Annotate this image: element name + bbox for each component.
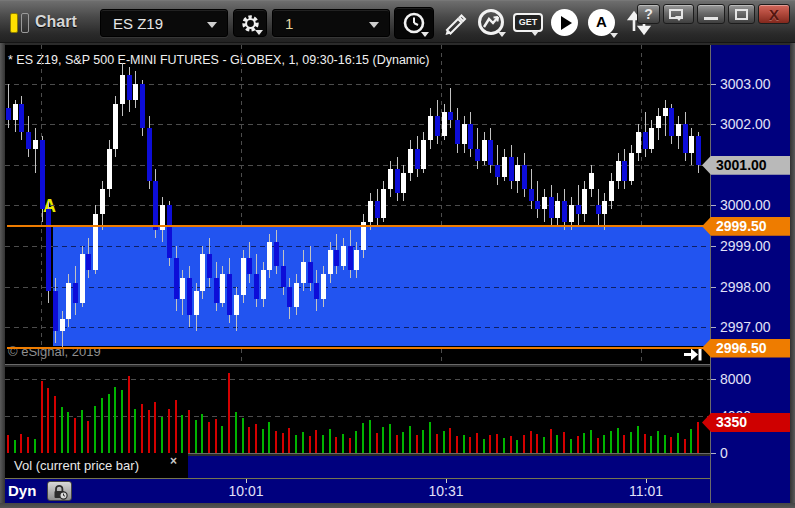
candle — [147, 128, 152, 181]
lock-button[interactable] — [47, 481, 72, 501]
volume-bar — [610, 431, 612, 453]
time-axis-bar[interactable]: Dyn 10:0110:3111:01 — [5, 479, 710, 503]
candle — [629, 153, 634, 181]
maximize-button[interactable] — [728, 4, 755, 24]
price-axis-tick — [711, 287, 716, 288]
volume-bar — [369, 420, 371, 453]
candle — [234, 295, 239, 315]
candle — [354, 250, 359, 270]
close-button[interactable]: X — [758, 4, 790, 24]
volume-bar — [623, 435, 625, 453]
clock-dropdown-arrow — [421, 32, 429, 37]
candle — [582, 189, 587, 213]
candle — [241, 258, 246, 295]
volume-bar — [697, 422, 699, 453]
candle — [348, 246, 353, 270]
candle — [649, 128, 654, 148]
candle — [596, 205, 601, 213]
candle-wick — [665, 100, 666, 137]
candle — [502, 157, 507, 177]
time-templates-button[interactable] — [394, 7, 434, 39]
volume-bar — [349, 438, 351, 453]
volume-indicator-label-box[interactable]: Vol (current price bar) × — [5, 453, 188, 479]
symbol-dropdown[interactable]: ES Z19 — [100, 9, 228, 37]
volume-bar — [161, 417, 163, 453]
volume-bar — [523, 435, 525, 454]
candle — [13, 104, 18, 120]
dock-button[interactable] — [663, 4, 694, 24]
candle — [267, 242, 272, 270]
volume-bar — [355, 431, 357, 453]
candle — [488, 140, 493, 164]
candle — [86, 254, 91, 270]
candle — [401, 173, 406, 193]
volume-bar — [335, 437, 337, 453]
candle — [308, 262, 313, 282]
candle — [261, 270, 266, 298]
candle — [442, 112, 447, 136]
interval-dropdown[interactable]: 1 — [272, 9, 390, 37]
play-icon[interactable] — [551, 9, 578, 36]
pencil-icon[interactable] — [441, 10, 467, 36]
volume-bar — [181, 415, 183, 453]
candle — [683, 124, 688, 152]
volume-bar — [134, 409, 136, 453]
price-axis[interactable]: 3003.003002.003000.002999.002998.002997.… — [710, 45, 790, 503]
candle — [174, 258, 179, 299]
candle — [66, 283, 71, 320]
candle — [274, 242, 279, 266]
time-axis-label: 10:31 — [428, 483, 463, 499]
volume-bar — [597, 438, 599, 453]
volume-bar — [54, 396, 56, 453]
candle — [696, 136, 701, 164]
volume-pane[interactable] — [5, 367, 710, 453]
volume-bar — [664, 435, 666, 454]
candle — [609, 181, 614, 201]
candle — [120, 75, 125, 103]
volume-bar — [684, 439, 686, 453]
titlebar[interactable]: Chart ES Z19 1 — [0, 1, 795, 43]
trendline-icon[interactable] — [476, 8, 506, 38]
volume-bar — [148, 410, 150, 453]
volume-bar — [644, 434, 646, 453]
candle — [33, 140, 38, 148]
volume-bar — [583, 433, 585, 453]
volume-bar — [449, 428, 451, 453]
volume-bar — [422, 430, 424, 453]
price-gridline — [5, 124, 710, 125]
price-axis-tick — [711, 205, 716, 206]
go-to-end-icon[interactable] — [683, 348, 703, 361]
price-zone-rectangle — [53, 227, 710, 347]
candle — [207, 254, 212, 278]
price-axis-label: 3003.00 — [720, 76, 771, 92]
zone-gridline — [53, 246, 710, 247]
candle — [127, 75, 132, 99]
pane-splitter[interactable] — [5, 364, 710, 365]
help-button[interactable]: ? — [637, 4, 660, 24]
candle — [368, 201, 373, 221]
minimize-icon — [704, 17, 718, 20]
annotate-a-icon[interactable]: A — [588, 9, 615, 36]
candle — [60, 319, 65, 331]
volume-bar — [436, 434, 438, 453]
candle — [227, 274, 232, 315]
price-axis-label: 2999.00 — [720, 238, 771, 254]
trendline-dropdown-arrow — [498, 32, 506, 37]
settings-button[interactable] — [233, 9, 267, 37]
volume-bar — [496, 434, 498, 453]
price-axis-tick — [711, 84, 716, 85]
volume-indicator-close-icon[interactable]: × — [170, 454, 177, 468]
minimize-button[interactable] — [697, 4, 725, 24]
candle — [19, 104, 24, 132]
candle — [314, 283, 319, 299]
volume-bar — [295, 435, 297, 454]
price-pane[interactable]: * ES Z19, S&P 500 E-MINI FUTURES - GLOBE… — [5, 45, 710, 365]
volume-bar — [94, 406, 96, 453]
volume-bar — [67, 412, 69, 453]
candle — [140, 84, 145, 129]
volume-bar — [530, 431, 532, 453]
window-border-bottom — [0, 503, 795, 508]
volume-bar — [396, 435, 398, 454]
alert-price-tag: 2999.50 — [702, 217, 790, 236]
volume-bar — [168, 409, 170, 453]
